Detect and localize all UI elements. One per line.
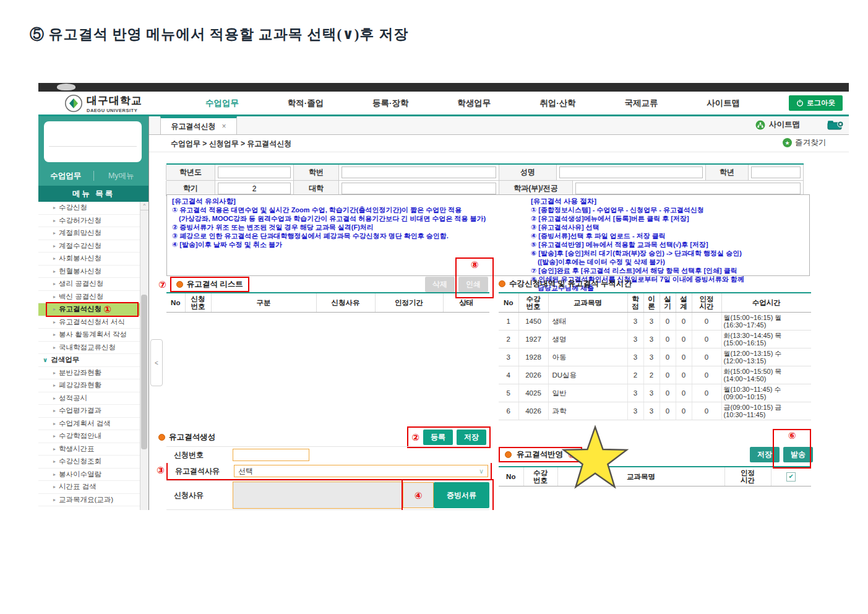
nav-sitemap[interactable]: 사이트맵 (707, 98, 740, 109)
tab-bar: 유고결석신청 × 사이트맵 (149, 116, 849, 135)
register-button[interactable]: 등록 (423, 430, 453, 445)
apply-save-button[interactable]: 저장 (750, 447, 780, 462)
main-nav: 수업업무 학적·졸업 등록·장학 학생업무 취업·산학 국제교류 사이트맵 로그… (205, 92, 843, 115)
sidebar-item[interactable]: ▸교과목개요(교과) (38, 494, 140, 507)
print-button[interactable]: 인쇄 (458, 277, 488, 292)
sidebar-section-search[interactable]: ∨검색업무 (38, 354, 140, 367)
send-button[interactable]: 발송 (783, 447, 813, 462)
nav-student-affairs[interactable]: 학생업무 (457, 98, 491, 109)
tab-close-icon[interactable]: × (221, 122, 226, 131)
nav-international[interactable]: 국제교류 (624, 98, 658, 109)
sidebar-item-label: 유고결석신청서 서식 (59, 318, 125, 327)
sidebar-item[interactable]: ▸수강신청 (38, 202, 140, 215)
tab-absence-application[interactable]: 유고결석신청 × (160, 116, 237, 134)
breadcrumb: 수업업무 > 신청업무 > 유고결석신청 (171, 139, 291, 149)
sidebar-item[interactable]: ▸유고결석신청서 서식 (38, 316, 140, 329)
save-button[interactable]: 저장 (457, 430, 486, 445)
tab-label: 유고결석신청 (171, 121, 215, 132)
sidebar-item-absence-application[interactable]: ▸ 유고결석신청 ① (38, 303, 140, 316)
sidebar-item[interactable]: ▸수강신청조회 (38, 456, 140, 469)
evidence-cell: ④ (403, 482, 434, 508)
sidebar-item[interactable]: ▸수강허가신청 (38, 215, 140, 228)
sidebar-item[interactable]: ▸국내학점교류신청 (38, 342, 140, 355)
sidebar-item[interactable]: ▸폐강강좌현황 (38, 379, 140, 392)
name-input[interactable] (559, 166, 703, 178)
sidebar-item-label: 교과목개요(교과) (59, 495, 113, 504)
sidebar-item-label: 계절희망신청 (59, 228, 101, 238)
delete-button[interactable]: 삭제 (425, 277, 455, 292)
sidebar-item[interactable]: ▸수업계획서 검색 (38, 418, 140, 431)
sidebar-item[interactable]: ▸학생시간표 (38, 443, 140, 456)
select-all-checkbox[interactable]: ✔ (786, 472, 796, 482)
triangle-icon: ▸ (53, 294, 56, 300)
col-credit: 학 점 (627, 293, 643, 313)
absence-list-title: 유고결석 리스트 (187, 279, 243, 290)
course-row: 64026 과학3 30 00 금(09:00~10:15) 금(10:30~1… (499, 402, 811, 420)
absence-reason-type-label: 유고결석사유 (168, 463, 234, 479)
triangle-icon: ▸ (53, 269, 56, 274)
major-input[interactable] (575, 183, 801, 194)
sidebar-tab-classwork[interactable]: 수업업무 (38, 171, 93, 181)
reason-textarea[interactable] (233, 482, 403, 509)
sidebar-item[interactable]: ▸수업평가결과 (38, 405, 140, 418)
nav-records-graduation[interactable]: 학적·졸업 (288, 98, 324, 109)
college-input[interactable] (342, 183, 496, 194)
sidebar-item-label: 계절수강신청 (59, 241, 101, 251)
semester-input[interactable] (218, 183, 291, 194)
sidebar-item[interactable]: ▸봉사 활동계획서 작성 (38, 329, 140, 342)
sidebar-item[interactable]: ▸수강학점안내 (38, 430, 140, 443)
sidebar-scrollbar[interactable]: ^ (140, 202, 148, 510)
sidebar-item-label: 유고결석신청 (59, 305, 101, 314)
triangle-icon: ▸ (53, 332, 56, 337)
application-number-label: 신청번호 (166, 447, 233, 463)
sidebar-item[interactable]: ▸생리 공결신청 (38, 278, 140, 291)
nav-registration-scholarship[interactable]: 등록·장학 (372, 98, 409, 109)
sidebar-item[interactable]: ▸분반강좌현황 (38, 367, 140, 380)
app-window: 대구대학교 DAEGU UNIVERSITY 수업업무 학적·졸업 등록·장학 … (38, 83, 849, 510)
sidebar-item[interactable]: ▸계절수강신청 (38, 240, 140, 253)
notice-cautions: [유고결석 유의사항] ① 유고결석 적용은 대면수업 및 실시간 Zoom 수… (172, 197, 486, 249)
scrollbar-thumb[interactable] (141, 295, 147, 449)
favorite-label: 즐겨찾기 (795, 137, 826, 148)
student-id-input[interactable] (342, 166, 496, 178)
course-row: 54025 일반3 30 00 월(10:30~11:45) 수(09:00~1… (499, 384, 811, 402)
col-practice: 실 기 (660, 293, 676, 313)
sidebar-item-label: 수업평가결과 (59, 406, 101, 415)
absence-reason-select[interactable]: 선택 ∨ (234, 465, 488, 477)
sidebar-tab-mymenu[interactable]: My메뉴 (94, 171, 149, 181)
power-icon (796, 99, 804, 107)
sidebar-item-label: 성적공시 (59, 394, 87, 403)
sidebar-item[interactable]: ▸백신 공결신청 (38, 291, 140, 304)
name-field-cell (556, 165, 706, 180)
page: ⑤ 유고결석 반영 메뉴에서 적용할 교과목 선택(∨)후 저장 대구대학교 D… (0, 0, 868, 614)
sidebar-item[interactable]: ▸성적공시 (38, 392, 140, 405)
course-row: 11450 생태3 30 00 월(15:00~16:15) 월(16:30~1… (499, 313, 811, 331)
sidebar-item-label: 수강허가신청 (59, 216, 101, 225)
sitemap-link[interactable]: 사이트맵 (755, 119, 800, 130)
page-title: ⑤ 유고결석 반영 메뉴에서 적용할 교과목 선택(∨)후 저장 (30, 25, 408, 44)
sidebar-item[interactable]: ▸시간표 검색 (38, 481, 140, 494)
sidebar-item[interactable]: ▸봉사이수열람 (38, 469, 140, 482)
nav-classwork[interactable]: 수업업무 (205, 98, 239, 109)
notice-line: ④ [발송]이후 날짜 수정 및 취소 불가 (172, 240, 486, 249)
sidebar-item-label: 수강신청 (59, 203, 87, 212)
notice-line: ② [유고결석생성]메뉴에서 [등록]버튼 클릭 후 [저장] (531, 214, 744, 223)
sidebar-item[interactable]: ▸헌혈봉사신청 (38, 266, 140, 279)
content-area: 유고결석신청 × 사이트맵 (148, 116, 849, 510)
logout-button[interactable]: 로그아웃 (789, 95, 843, 111)
year-input[interactable] (218, 166, 291, 178)
menu-list: ▸수강신청 ▸수강허가신청 ▸계절희망신청 ▸계절수강신청 ▸사회봉사신청 ▸헌… (38, 202, 140, 510)
sidebar-item[interactable]: ▸계절희망신청 (38, 227, 140, 240)
grade-input[interactable] (751, 166, 801, 178)
application-number-input[interactable] (233, 449, 309, 461)
favorite-link[interactable]: ★ 즐겨찾기 (783, 137, 826, 148)
scroll-up-arrow[interactable]: ^ (140, 202, 148, 210)
nav-career-industry[interactable]: 취업·산학 (539, 98, 576, 109)
close-tabs-icon[interactable] (827, 120, 844, 133)
grade-field-cell (748, 165, 804, 180)
evidence-button[interactable]: 증빙서류 (434, 482, 489, 508)
chevron-down-icon: ∨ (479, 467, 484, 475)
section-bullet (499, 280, 505, 287)
col-no: No (499, 467, 523, 486)
sidebar-item[interactable]: ▸사회봉사신청 (38, 253, 140, 266)
